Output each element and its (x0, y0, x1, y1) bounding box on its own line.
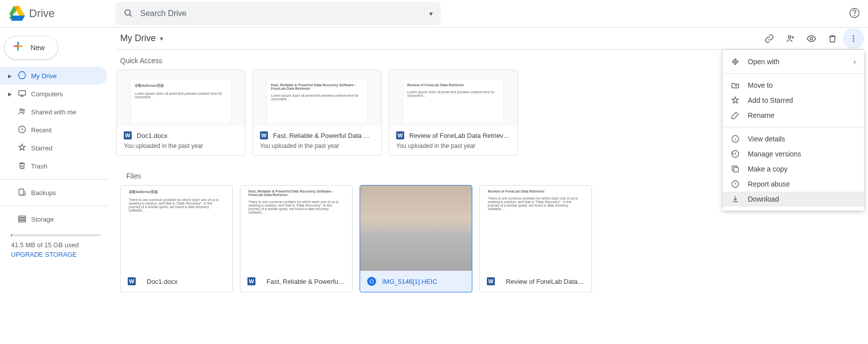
svg-rect-4 (19, 90, 26, 95)
svg-point-16 (853, 40, 854, 42)
svg-point-14 (853, 35, 854, 37)
word-file-icon: W (487, 277, 495, 285)
word-file-icon: W (124, 131, 132, 139)
search-bar[interactable]: Search Drive ▾ (115, 2, 441, 25)
share-button[interactable] (780, 28, 801, 49)
word-file-icon: W (247, 277, 255, 285)
file-subtitle: You uploaded in the past year (396, 142, 510, 149)
quick-access-card[interactable]: 谷歌AdSense页面Lorem ipsum dolor sit amet te… (116, 70, 245, 156)
file-name: Fast, Reliable & Powerful D... (266, 278, 345, 285)
nav-backups[interactable]: Backups (0, 184, 107, 202)
file-name: Review of FoneLab Data Re... (506, 278, 585, 285)
open-with-icon (731, 57, 745, 66)
file-thumbnail: Review of FoneLab Data RetrieverLorem ip… (389, 70, 517, 126)
svg-line-1 (130, 14, 132, 16)
computers-icon (18, 89, 27, 99)
svg-point-12 (788, 36, 791, 38)
word-file-icon: W (260, 131, 268, 139)
storage-icon (18, 214, 27, 225)
recent-icon (18, 125, 27, 135)
new-button[interactable]: New (4, 36, 58, 60)
file-thumbnail: Review of FoneLab Data RetrieverThere is… (480, 186, 592, 271)
file-name: Doc1.docx (147, 278, 177, 285)
image-file-icon (367, 277, 376, 286)
submenu-arrow-icon: › (853, 58, 856, 66)
help-icon[interactable] (849, 8, 860, 20)
upgrade-storage-link[interactable]: UPGRADE STORAGE (11, 251, 101, 258)
menu-manage-versions[interactable]: Manage versions (723, 146, 864, 161)
file-card[interactable]: Fast, Reliable & Powerful Data Recovery … (240, 185, 353, 292)
search-dropdown-icon[interactable]: ▾ (429, 10, 433, 18)
move-to-icon (731, 81, 745, 90)
plus-icon (12, 40, 25, 56)
dropdown-caret-icon: ▼ (159, 36, 164, 42)
breadcrumb-current: My Drive (120, 33, 156, 44)
new-button-label: New (31, 44, 45, 52)
word-file-icon: W (128, 277, 136, 285)
svg-point-15 (853, 38, 854, 39)
app-name: Drive (29, 7, 55, 20)
file-title: Review of FoneLab Data Retriever - t... (409, 132, 510, 139)
menu-open-with[interactable]: Open with › (723, 54, 864, 69)
file-title: Fast, Reliable & Powerful Data Recov... (273, 132, 374, 139)
svg-point-5 (20, 108, 23, 111)
versions-icon (731, 149, 745, 158)
search-placeholder: Search Drive (140, 9, 429, 18)
svg-point-3 (854, 15, 855, 16)
file-card[interactable]: IMG_5146[1].HEIC (360, 185, 472, 292)
file-thumbnail: 谷歌AdSense页面Lorem ipsum dolor sit amet te… (117, 70, 245, 126)
svg-rect-11 (19, 220, 26, 222)
file-thumbnail (360, 186, 472, 271)
storage-used-text: 41.5 MB of 15 GB used (11, 241, 101, 249)
download-icon (731, 195, 745, 204)
rename-icon (731, 111, 745, 120)
copy-icon (731, 164, 745, 174)
backups-icon (18, 188, 27, 198)
svg-point-6 (23, 109, 25, 111)
search-icon (123, 8, 133, 20)
nav-trash[interactable]: Trash (0, 157, 107, 175)
menu-move-to[interactable]: Move to (723, 78, 864, 93)
info-icon (731, 134, 745, 143)
quick-access-card[interactable]: Review of FoneLab Data RetrieverLorem ip… (389, 70, 518, 156)
nav-storage[interactable]: Storage (0, 210, 107, 228)
file-thumbnail: 谷歌AdSense页面There is one common problem f… (121, 186, 232, 271)
quick-access-card[interactable]: Fast, Reliable & Powerful Data Recovery … (252, 70, 382, 156)
svg-point-0 (125, 10, 130, 15)
menu-rename[interactable]: Rename (723, 108, 864, 123)
svg-rect-18 (734, 167, 738, 172)
nav-computers[interactable]: ▶ Computers (0, 85, 107, 103)
nav-starred[interactable]: Starred (0, 139, 107, 157)
report-icon (731, 180, 745, 189)
menu-view-details[interactable]: View details (723, 131, 864, 146)
file-title: Doc1.docx (137, 132, 167, 139)
starred-icon (18, 143, 27, 153)
file-name: IMG_5146[1].HEIC (382, 278, 437, 285)
storage-progress (11, 234, 101, 236)
nav-recent[interactable]: Recent (0, 121, 107, 139)
menu-download[interactable]: Download (723, 192, 864, 207)
svg-point-13 (810, 37, 813, 40)
more-actions-button[interactable] (843, 28, 864, 49)
menu-report-abuse[interactable]: Report abuse (723, 177, 864, 192)
menu-make-copy[interactable]: Make a copy (723, 161, 864, 177)
file-card[interactable]: 谷歌AdSense页面There is one common problem f… (120, 185, 233, 292)
nav-shared[interactable]: Shared with me (0, 103, 107, 121)
my-drive-icon (18, 71, 27, 81)
file-thumbnail: Fast, Reliable & Powerful Data Recovery … (253, 70, 381, 126)
preview-button[interactable] (801, 28, 822, 49)
star-icon (731, 96, 745, 105)
shared-icon (18, 107, 27, 117)
svg-rect-8 (19, 189, 24, 195)
drive-logo-icon (8, 6, 25, 21)
logo-area[interactable]: Drive (8, 6, 115, 21)
menu-add-starred[interactable]: Add to Starred (723, 93, 864, 108)
expand-icon[interactable]: ▶ (8, 91, 13, 97)
nav-my-drive[interactable]: ▶ My Drive (0, 67, 107, 85)
remove-button[interactable] (822, 28, 843, 49)
svg-rect-10 (19, 218, 26, 220)
get-link-button[interactable] (759, 28, 780, 49)
breadcrumb[interactable]: My Drive ▼ (116, 33, 164, 44)
expand-icon[interactable]: ▶ (8, 73, 13, 79)
file-card[interactable]: Review of FoneLab Data RetrieverThere is… (479, 185, 592, 292)
